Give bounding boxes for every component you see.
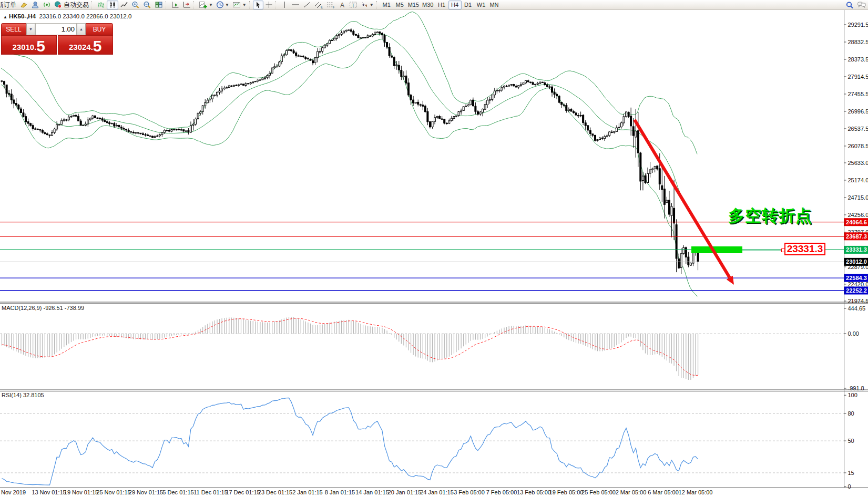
symbol-label: HK50-,H4 [9,13,36,19]
price-badge-label: 23687.3 [846,233,867,240]
time-axis-label: 23 Dec 01:15 [258,489,292,495]
support-highlight-bar[interactable] [691,246,742,253]
chart-shift-icon[interactable] [181,1,192,9]
time-axis-label: 13 Feb 05:00 [517,489,551,495]
buy-price-main: 23024 [69,43,91,53]
svg-text:T: T [352,3,355,8]
search-icon[interactable] [844,1,855,9]
time-axis-label: 6 Mar 05:00 [648,489,679,495]
timeframe-h1[interactable]: H1 [435,1,448,9]
new-order-button[interactable]: 新订单 [0,1,18,9]
rsi-line [2,398,698,485]
callout-anchor-handle[interactable] [781,248,785,252]
time-axis-label: 7 Feb 05:00 [486,489,517,495]
templates-button[interactable]: ▼ [231,1,248,9]
buy-price-frac: 5 [93,39,102,53]
sell-button[interactable]: SELL [1,23,26,35]
toolbar: 新订单 自动交易 ▼ ▼ ▼ E F A T ▼ M1M5M15M30H1H4D… [0,0,868,10]
volume-decrease-button[interactable]: ▼ [26,23,35,35]
time-axis-label: 19 Feb 05:00 [549,489,584,495]
sell-price-main: 23010 [12,43,34,53]
timeframe-m15[interactable]: M15 [406,1,421,9]
price-callout-label[interactable]: 23331.3 [784,243,825,255]
horizontal-line-icon[interactable] [290,1,301,9]
timeframe-h4[interactable]: H4 [448,1,462,9]
vertical-line-icon[interactable] [279,1,290,9]
trendline-icon[interactable] [301,1,313,9]
bollinger-band [1,34,697,225]
time-axis-label: 14 Jan 01:15 [355,489,389,495]
auto-scroll-icon[interactable] [169,1,181,9]
price-tick-label: 28373.5 [848,56,868,63]
time-axis-label: 8 Jan 01:15 [325,489,355,495]
time-axis: Nov 201913 Nov 01:1519 Nov 01:1525 Nov 0… [0,489,868,496]
candles [1,28,699,274]
chat-icon[interactable] [855,1,868,9]
macd-tick-label: 0.00 [848,330,859,337]
time-axis-label: 25 Nov 01:15 [96,489,130,495]
indicators-button[interactable]: ▼ [197,1,215,9]
cursor-icon[interactable] [253,1,263,9]
tile-windows-icon[interactable] [153,1,165,9]
price-badge-label: 23331.3 [846,246,867,253]
channel-icon[interactable]: E [313,1,325,9]
macd-tick-label: 444.65 [848,305,866,312]
timeframe-mn[interactable]: MN [488,1,501,9]
crosshair-icon[interactable] [263,1,274,9]
text-label-icon[interactable]: T [348,1,359,9]
chart-canvas[interactable]: 29291.528832.528373.527914.527455.526996… [0,10,868,497]
timeframe-m30[interactable]: M30 [421,1,435,9]
time-axis-label: Nov 2019 [1,489,26,495]
rsi-tick-label: 50 [848,438,854,444]
time-axis-label: 5 Dec 01:15 [162,489,193,495]
buy-button[interactable]: BUY [86,23,113,35]
time-axis-label: 29 Nov 01:15 [129,489,163,495]
text-icon[interactable]: A [337,1,348,9]
community-icon[interactable] [29,1,41,9]
sell-price-frac: 5 [36,39,45,53]
periods-button[interactable]: ▼ [215,1,231,9]
price-tick-label: 24256.0 [848,212,868,218]
zoom-out-icon[interactable] [141,1,153,9]
price-tick-label: 22420.0 [848,281,868,287]
time-axis-label: 12 Mar 05:00 [679,489,713,495]
autotrading-label: 自动交易 [64,1,89,9]
volume-increase-button[interactable]: ▲ [77,23,86,35]
timeframe-m5[interactable]: M5 [393,1,406,9]
macd-histogram [2,317,698,380]
new-order-label: 新订单 [0,1,16,9]
timeframe-w1[interactable]: W1 [475,1,488,9]
signal-icon[interactable] [41,1,53,9]
arrows-icon[interactable]: ▼ [359,1,375,9]
time-axis-label: 2 Mar 05:00 [616,489,647,495]
price-tick-label: 26996.5 [848,108,868,115]
highlighter-icon[interactable] [18,1,29,9]
turning-point-annotation[interactable]: 多空转折点 [728,205,812,227]
timeframe-d1[interactable]: D1 [462,1,475,9]
price-tick-label: 26537.5 [848,126,868,132]
volume-input[interactable]: 1.00 [35,23,77,35]
time-axis-label: 19 Nov 01:15 [64,489,98,495]
price-tick-label: 25174.0 [848,177,868,183]
svg-text:A: A [340,2,344,9]
sell-price-display[interactable]: 23010.5 [1,35,57,55]
line-chart-icon[interactable] [118,1,130,9]
bar-chart-icon[interactable] [95,1,107,9]
time-axis-label: 24 Jan 01:15 [420,489,454,495]
symbol-ohlc-line: ▲HK50-,H4 23316.0 23340.0 22866.0 23012.… [3,13,131,19]
price-tick-label: 25633.0 [848,160,868,166]
time-axis-label: 11 Dec 01:15 [193,489,228,495]
macd-label: MACD(12,26,9) -926.51 -738.99 [2,305,84,311]
candle-chart-icon[interactable] [107,1,118,9]
time-axis-label: 13 Nov 01:15 [32,489,66,495]
autotrading-button[interactable]: 自动交易 [53,1,90,9]
price-tick-label: 29291.5 [848,22,868,28]
time-axis-label: 17 Dec 01:15 [226,489,260,495]
zoom-in-icon[interactable] [130,1,141,9]
macd-signal-line [2,318,698,376]
price-tick-label: 24715.0 [848,194,868,201]
fibonacci-icon[interactable]: F [325,1,337,9]
buy-price-display[interactable]: 23024.5 [58,35,114,55]
price-tick-label: 21974.5 [848,298,868,304]
timeframe-m1[interactable]: M1 [380,1,393,9]
